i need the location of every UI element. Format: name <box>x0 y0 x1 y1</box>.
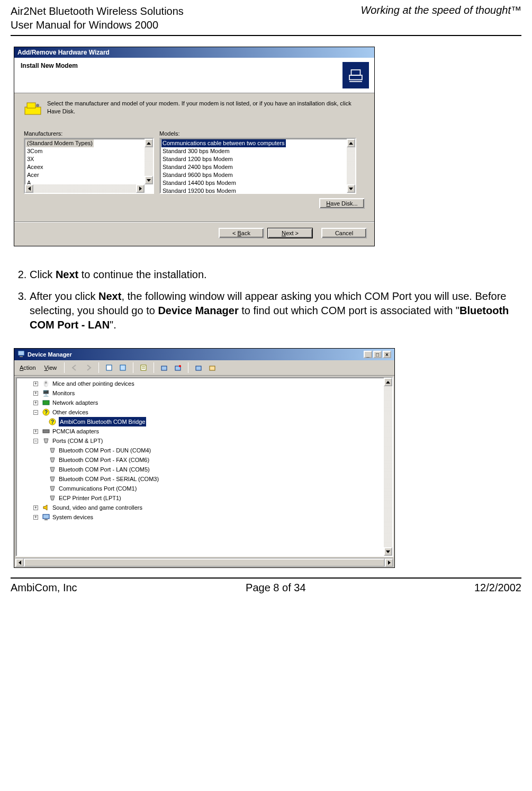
tree-item[interactable]: ECP Printer Port (LPT1) <box>20 493 391 503</box>
tree-item[interactable]: +Sound, video and game controllers <box>20 503 391 512</box>
svg-rect-7 <box>20 356 23 357</box>
tree-item[interactable]: +🖥️Monitors <box>20 388 391 398</box>
device-manager-icon <box>17 350 25 359</box>
scroll-up-button[interactable] <box>384 378 392 386</box>
device-manager-title: Device Manager <box>28 351 72 358</box>
list-item[interactable]: 3Com <box>26 147 145 155</box>
menu-view[interactable]: View <box>41 363 60 372</box>
scrollbar-horizontal[interactable] <box>25 184 145 193</box>
wizard-instruction-text: Select the manufacturer and model of you… <box>47 100 365 115</box>
scroll-down-button[interactable] <box>384 547 392 556</box>
next-button[interactable]: Next > <box>267 228 313 238</box>
have-disk-button[interactable]: Have Disk... <box>319 198 365 209</box>
list-item[interactable]: Standard 19200 bps Modem <box>161 187 347 193</box>
scroll-right-button[interactable] <box>136 184 145 193</box>
scroll-left-button[interactable] <box>25 184 33 193</box>
wizard-header: Install New Modem <box>14 58 374 93</box>
svg-point-15 <box>179 365 181 367</box>
footer-left: AmbiCom, Inc <box>11 582 77 594</box>
instruction-list: Click Next to continue the installation.… <box>11 268 521 332</box>
hardware-wizard-dialog: Add/Remove Hardware Wizard Install New M… <box>14 47 375 246</box>
tree-item[interactable]: +PCMCIA adapters <box>20 426 391 436</box>
port-icon <box>48 456 57 464</box>
header-line2: User Manual for Windows 2000 <box>11 18 184 32</box>
list-item[interactable]: Aceex <box>26 163 145 171</box>
models-label: Models: <box>159 130 180 137</box>
tree-item[interactable]: −?Other devices <box>20 407 391 417</box>
monitor-icon: 🖥️ <box>42 389 50 397</box>
wizard-subtitle: Install New Modem <box>21 62 78 69</box>
tree-item[interactable]: −Ports (COM & LPT) <box>20 436 391 446</box>
close-button[interactable]: × <box>383 351 391 358</box>
footer-right: 12/2/2002 <box>474 582 521 594</box>
svg-text:?: ? <box>51 419 54 425</box>
back-button[interactable]: < Back <box>219 228 264 238</box>
svg-rect-23 <box>43 430 49 433</box>
scroll-up-button[interactable] <box>347 139 355 147</box>
device-tree-panel: +🖱️Mice and other pointing devices +🖥️Mo… <box>15 377 393 557</box>
list-item[interactable]: Standard 2400 bps Modem <box>161 163 347 171</box>
tree-item[interactable]: +Network adapters <box>20 398 391 407</box>
svg-rect-8 <box>106 365 112 370</box>
scrollbar-vertical[interactable] <box>145 139 153 184</box>
tree-item[interactable]: Bluetooth COM Port - DUN (COM4) <box>20 446 391 455</box>
svg-rect-24 <box>43 514 49 519</box>
modem-large-icon <box>342 62 369 88</box>
svg-rect-25 <box>44 519 48 520</box>
toolbar-icon[interactable] <box>117 362 129 374</box>
maximize-button[interactable]: □ <box>373 351 382 358</box>
scroll-right-button[interactable] <box>385 558 393 567</box>
network-icon <box>42 398 50 407</box>
scrollbar-vertical[interactable] <box>384 378 392 556</box>
sound-icon <box>42 503 50 512</box>
minimize-button[interactable]: _ <box>364 351 372 358</box>
manufacturers-listbox[interactable]: (Standard Modem Types) 3Com 3X Aceex Ace… <box>24 138 154 194</box>
cancel-button[interactable]: Cancel <box>321 228 367 238</box>
svg-rect-10 <box>141 365 146 370</box>
tree-item[interactable]: Bluetooth COM Port - SERIAL (COM3) <box>20 474 391 484</box>
list-item[interactable]: Standard 9600 bps Modem <box>161 171 347 179</box>
tree-item[interactable]: Bluetooth COM Port - LAN (COM5) <box>20 465 391 474</box>
toolbar-icon[interactable] <box>193 362 204 374</box>
device-manager-titlebar: Device Manager _ □ × <box>14 349 394 360</box>
list-item[interactable]: Acer <box>26 171 145 179</box>
tree-item[interactable]: Bluetooth COM Port - FAX (COM6) <box>20 455 391 465</box>
svg-rect-1 <box>351 70 360 75</box>
port-icon <box>48 475 57 483</box>
tree-item-selected[interactable]: ?AmbiCom Bluetooth COM Bridge <box>20 417 391 426</box>
svg-rect-4 <box>27 103 35 108</box>
header-line1: Air2Net Bluetooth Wireless Solutions <box>11 4 184 18</box>
list-item[interactable]: Standard 300 bps Modem <box>161 147 347 155</box>
list-item[interactable]: Standard 14400 bps Modem <box>161 179 347 187</box>
step-2: Click Next to continue the installation. <box>30 268 521 282</box>
list-item[interactable]: (Standard Modem Types) <box>26 139 94 147</box>
pcmcia-icon <box>42 427 50 436</box>
port-icon <box>48 484 57 493</box>
svg-point-5 <box>36 104 39 107</box>
scroll-up-button[interactable] <box>145 139 153 147</box>
tree-item[interactable]: +System devices <box>20 512 391 522</box>
scroll-thumb[interactable] <box>24 558 385 567</box>
svg-rect-9 <box>120 365 125 370</box>
tree-item[interactable]: Communications Port (COM1) <box>20 484 391 493</box>
list-item[interactable]: 3X <box>26 155 145 163</box>
scroll-left-button[interactable] <box>15 558 24 567</box>
toolbar-icon[interactable] <box>172 362 184 374</box>
step-3: After you click Next, the following wind… <box>30 289 521 332</box>
scrollbar-vertical[interactable] <box>347 139 355 193</box>
scroll-down-button[interactable] <box>145 176 153 184</box>
properties-icon[interactable] <box>138 362 149 374</box>
tree-item[interactable]: +🖱️Mice and other pointing devices <box>20 379 391 388</box>
models-listbox[interactable]: Communications cable between two compute… <box>159 138 356 194</box>
menu-action[interactable]: Action <box>16 363 39 372</box>
svg-rect-18 <box>43 401 49 405</box>
toolbar-icon[interactable] <box>103 362 115 374</box>
toolbar-icon[interactable] <box>206 362 218 374</box>
list-item[interactable]: Standard 1200 bps Modem <box>161 155 347 163</box>
list-item[interactable]: Communications cable between two compute… <box>161 139 286 147</box>
header-left: Air2Net Bluetooth Wireless Solutions Use… <box>11 4 184 32</box>
list-item[interactable]: A <box>26 179 145 184</box>
scrollbar-horizontal[interactable] <box>15 558 393 566</box>
scroll-down-button[interactable] <box>347 184 355 193</box>
refresh-icon[interactable] <box>158 362 170 374</box>
